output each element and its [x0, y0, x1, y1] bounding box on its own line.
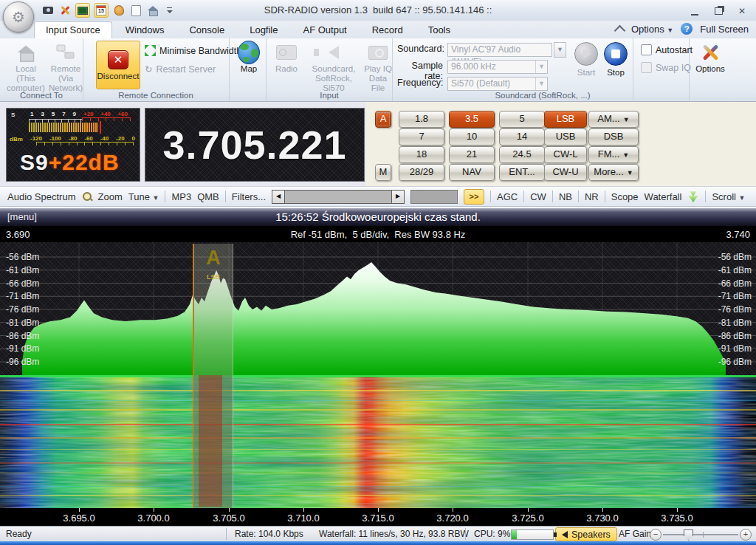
band-button-24-5[interactable]: 24.5 [499, 146, 545, 163]
qmb-button[interactable]: QMB [197, 191, 219, 202]
group-caption-remote-connection: Remote Connection [118, 91, 193, 100]
volume-up-button[interactable]: + [740, 529, 752, 541]
band-button-3-5[interactable]: 3.5 [449, 111, 495, 128]
checkbox-icon[interactable] [641, 44, 652, 55]
tuning-band-marker[interactable]: A LSB [193, 244, 233, 508]
play-iq-data-file-button[interactable]: Play IQ Data File [362, 42, 394, 93]
band-button-ENT-[interactable]: ENT... [499, 164, 545, 181]
volume-down-button[interactable]: − [650, 529, 662, 541]
cw-button[interactable]: CW [530, 191, 546, 202]
scroll-dropdown[interactable]: Scroll ▼ [712, 191, 745, 202]
band-button-21[interactable]: 21 [449, 146, 495, 163]
zoom-range-indicator[interactable] [410, 190, 458, 204]
disconnect-button[interactable]: ✕ Disconnect [96, 41, 140, 89]
frequency-tick-label: 3.695.0 [63, 513, 94, 524]
audio-spectrum-button[interactable]: Audio Spectrum [7, 191, 76, 202]
band-button-NAV[interactable]: NAV [449, 164, 495, 181]
application-orb-button[interactable]: ⚙ [3, 1, 34, 32]
tuning-scrollbar[interactable]: ◀ ▶ [272, 190, 405, 204]
mode-button-LSB[interactable]: LSB [544, 111, 587, 128]
speakers-button[interactable]: Speakers [555, 527, 617, 541]
key-label: 7 [419, 131, 424, 142]
tab-record[interactable]: Record [360, 21, 415, 39]
options-menu[interactable]: Options ▼ [631, 24, 673, 35]
autostart-checkbox[interactable]: Autostart [641, 44, 693, 55]
mode-button-CW-U[interactable]: CW-U [544, 164, 587, 181]
soundcard-select[interactable]: Vinyl AC'97 Audio (WAVE) [447, 43, 552, 57]
remote-network-button[interactable]: Remote (Via Network) [46, 42, 86, 93]
tab-console[interactable]: Console [177, 21, 236, 39]
waterfall-display[interactable] [0, 375, 756, 508]
band-button-7[interactable]: 7 [399, 128, 444, 145]
vfo-a-button[interactable]: A [375, 111, 391, 128]
waterfall-button[interactable]: Waterfall [645, 191, 682, 202]
band-button-28-29[interactable]: 28/29 [399, 164, 444, 181]
spectrum-display[interactable]: -56 dBm-61 dBm-66 dBm-71 dBm-76 dBm-81 d… [0, 242, 756, 375]
frequency-select[interactable]: Si570 (Default)▼ [447, 77, 548, 91]
soundcard-input-button[interactable]: Soundcard, SoftRock, Si570 [304, 42, 363, 93]
scroll-right-icon[interactable]: ▶ [391, 191, 404, 203]
dropdown-arrow-icon: ▼ [623, 116, 630, 123]
nb-button[interactable]: NB [559, 191, 572, 202]
dropdown-arrow-icon[interactable]: ▼ [535, 78, 547, 90]
mode-button-More-[interactable]: More...▼ [588, 164, 639, 181]
key-label: LSB [557, 113, 575, 124]
frequency-tick-label: 3.705.0 [213, 513, 244, 524]
band-button-14[interactable]: 14 [499, 128, 545, 145]
minimize-button[interactable] [687, 5, 703, 16]
dropdown-arrow-icon[interactable]: ▼ [535, 61, 547, 73]
af-gain-slider-thumb[interactable] [684, 529, 693, 541]
checkbox-icon[interactable] [641, 62, 652, 73]
soundcard-select-arrow[interactable]: ▼ [554, 42, 566, 58]
filters-button[interactable]: Filters... [232, 191, 266, 202]
tab-logfile[interactable]: Logfile [238, 21, 289, 39]
tab-af-output[interactable]: AF Output [291, 21, 358, 39]
stop-button[interactable]: Stop [602, 42, 629, 78]
key-label: CW-U [552, 166, 578, 177]
nr-button[interactable]: NR [585, 191, 599, 202]
close-button[interactable]: ✕ [734, 5, 750, 16]
fast-forward-button[interactable]: >> [464, 189, 484, 205]
zoom-button[interactable]: Zoom [98, 191, 123, 202]
mode-button-USB[interactable]: USB [544, 128, 587, 145]
restart-server-button[interactable]: ↻ Restart Server [145, 64, 216, 75]
mode-button-CW-L[interactable]: CW-L [544, 146, 587, 163]
mode-button-DSB[interactable]: DSB [588, 128, 639, 145]
scroll-left-icon[interactable]: ◀ [272, 191, 285, 203]
radio-input-button[interactable]: Radio [270, 42, 303, 74]
af-gain-slider-track[interactable] [663, 534, 738, 535]
mp3-button[interactable]: MP3 [171, 191, 191, 202]
help-icon[interactable]: ? [681, 23, 693, 35]
collapse-ribbon-icon[interactable] [614, 24, 626, 36]
restore-button[interactable] [710, 5, 726, 16]
options-button[interactable]: Options [693, 42, 728, 74]
vfo-marker-mode: LSB [194, 273, 233, 281]
minimise-bandwidth-button[interactable]: Minimise Bandwidth [145, 45, 241, 56]
tab-input-source[interactable]: Input Source [34, 21, 112, 39]
vfo-frequency-display[interactable]: 3.705.221 [145, 108, 365, 182]
band-button-10[interactable]: 10 [449, 128, 495, 145]
full-screen-button[interactable]: Full Screen [700, 24, 749, 35]
local-computer-button[interactable]: Local (This computer) [6, 42, 46, 93]
tab-tools[interactable]: Tools [416, 21, 462, 39]
scrollbar-track[interactable] [285, 191, 391, 203]
map-button[interactable]: Map [233, 42, 264, 74]
memory-button[interactable]: M [375, 164, 391, 181]
sample-rate-select[interactable]: 96.000 kHz▼ [447, 60, 548, 74]
mode-button-FM-[interactable]: FM...▼ [588, 146, 639, 163]
dbm-tick-label: -66 dBm [718, 278, 752, 289]
agc-button[interactable]: AGC [497, 191, 518, 202]
band-button-1-8[interactable]: 1.8 [399, 111, 444, 128]
status-bar: Ready Rate: 104.0 Kbps Waterfall: 11 lin… [0, 526, 756, 542]
start-button[interactable]: Start [573, 42, 599, 78]
scope-button[interactable]: Scope [611, 191, 639, 202]
ribbon-tabs: Input Source Windows Console Logfile AF … [34, 21, 462, 39]
mode-button-AM-[interactable]: AM...▼ [588, 111, 639, 128]
swap-iq-checkbox[interactable]: Swap IQ [641, 62, 691, 73]
tune-dropdown[interactable]: Tune ▼ [128, 191, 159, 202]
s-over-number: +60 [117, 111, 128, 117]
band-button-18[interactable]: 18 [399, 146, 444, 163]
tab-windows[interactable]: Windows [114, 21, 176, 39]
band-button-5[interactable]: 5 [499, 111, 545, 128]
reference-settings: Ref -51 dBm, 5 dB/div, Res BW 93.8 Hz [0, 229, 756, 240]
